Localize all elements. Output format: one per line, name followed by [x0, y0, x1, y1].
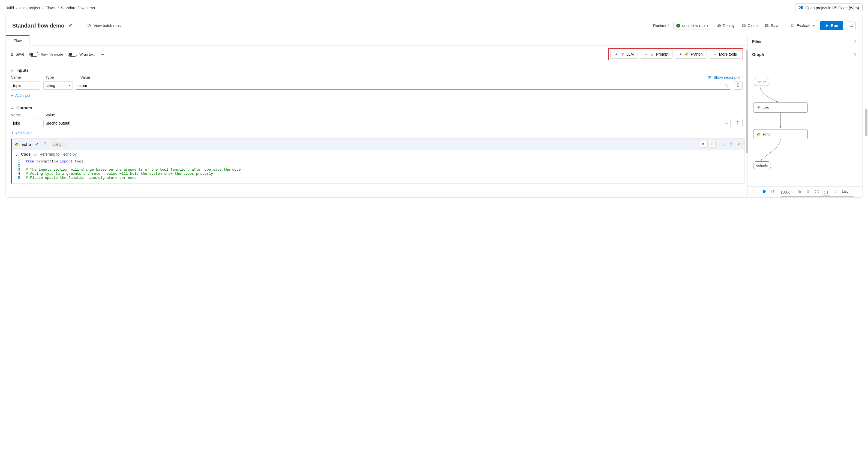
inputs-section-header[interactable]: ⌄ Inputs [11, 68, 743, 72]
breadcrumb-flows[interactable]: Flows [45, 6, 56, 10]
trash-icon [736, 83, 740, 87]
pencil-icon [68, 23, 72, 28]
deploy-button[interactable]: Deploy [715, 22, 736, 29]
fit-button[interactable] [813, 189, 820, 195]
llm-icon [620, 52, 624, 56]
zoom-select[interactable]: 100% ▾ [779, 190, 794, 195]
code-gutter: 12345 [15, 158, 23, 181]
panel-toggle-button[interactable] [847, 22, 856, 30]
svg-rect-3 [850, 24, 853, 27]
scrollbar[interactable] [780, 196, 854, 198]
python-icon [15, 142, 19, 146]
toolbar-save-button[interactable]: Save [10, 52, 24, 57]
breadcrumb-sep: / [42, 6, 43, 10]
cloud-upload-icon [717, 24, 721, 28]
autolayout-button[interactable] [832, 189, 839, 195]
save-button[interactable]: Save [763, 22, 781, 29]
add-input-link[interactable]: ＋ Add input [11, 93, 30, 98]
inputs-col-value: Value [81, 75, 703, 79]
graph-screenshot-button[interactable] [770, 188, 777, 196]
svg-rect-0 [743, 24, 745, 27]
variants-button[interactable] [728, 141, 734, 148]
graph-select-button[interactable] [751, 188, 758, 196]
input-type-select[interactable]: string ▾ [43, 81, 73, 90]
add-prompt-button[interactable]: ＋ Prompt [640, 50, 673, 59]
chevron-down-icon: ▾ [69, 84, 70, 87]
copy-node-button[interactable] [42, 141, 48, 148]
svg-rect-7 [44, 143, 46, 145]
runtime-select[interactable]: ✓ docs flow run ▾ [673, 22, 711, 29]
evaluate-button[interactable]: Evaluate ▾ [789, 22, 816, 29]
move-down-button[interactable]: ↓ [723, 141, 727, 147]
arrow-down-icon: ↓ [724, 142, 726, 146]
referring-link[interactable]: echo.py [63, 152, 76, 157]
graph-canvas[interactable]: inputs joke echo outputs [748, 61, 862, 187]
breadcrumb: Build / docs-project / Flows / Standard … [5, 6, 95, 10]
diamond-icon [730, 142, 733, 146]
output-value-field[interactable] [43, 119, 731, 127]
save-icon [765, 24, 769, 28]
actual-size-button[interactable]: 1:1 [822, 189, 830, 196]
chevron-down-icon: ▾ [847, 191, 848, 194]
move-up-button[interactable]: ↑ [717, 141, 721, 147]
graph-node-echo[interactable]: echo [753, 129, 808, 139]
breadcrumb-current[interactable]: Standard flow demo [61, 6, 95, 10]
edit-node-name-button[interactable] [34, 141, 39, 148]
graph-node-inputs[interactable]: inputs [754, 78, 769, 86]
chevron-down-icon: ⌄ [15, 152, 18, 157]
add-python-button[interactable]: ＋ Python [675, 50, 707, 59]
node-lang-chip: python [51, 142, 66, 147]
expand-files-button[interactable]: ⤢ [853, 38, 858, 44]
breadcrumb-build[interactable]: Build [5, 6, 14, 10]
plus-icon: ＋ [713, 52, 717, 57]
zoom-in-button[interactable] [796, 189, 803, 195]
output-name-field[interactable] [11, 119, 40, 127]
graph-pan-button[interactable] [760, 188, 768, 196]
outputs-col-value: Value [45, 113, 743, 117]
code-lines[interactable]: from promptflow import tool # The inputs… [23, 158, 244, 181]
clone-button[interactable]: Clone [740, 22, 760, 29]
more-tools-button[interactable]: ＋ More tools [709, 50, 741, 59]
open-vscode-button[interactable]: Open project in VS Code (Web) [795, 3, 863, 12]
code-subsection-header[interactable]: ⌄ Code Referring to: echo.py [15, 152, 741, 157]
more-options-button[interactable]: ••• [99, 51, 105, 58]
run-button[interactable]: Run [820, 21, 843, 30]
wrap-text-toggle[interactable] [68, 52, 77, 57]
scrollbar[interactable] [865, 109, 867, 136]
collapse-graph-button[interactable]: ⤡ [853, 51, 858, 58]
plus-icon: ＋ [11, 131, 14, 135]
show-description-link[interactable]: Show description [708, 75, 743, 79]
input-value-field[interactable] [76, 81, 731, 90]
graph-node-outputs[interactable]: outputs [753, 161, 771, 169]
expand-value-icon[interactable] [724, 121, 728, 125]
minimap-button[interactable]: ▾ [840, 189, 850, 195]
add-llm-button[interactable]: ＋ LLM [610, 50, 638, 59]
delete-node-button[interactable] [709, 141, 716, 148]
zoom-out-button[interactable] [805, 189, 812, 195]
svg-point-15 [773, 191, 774, 192]
divider [79, 22, 80, 29]
expand-value-icon[interactable] [724, 83, 728, 88]
node-card-echo: echo python ↑ [11, 138, 745, 184]
outputs-section-header[interactable]: ⌄ Outputs [11, 105, 743, 110]
info-icon [33, 153, 37, 156]
tab-flow[interactable]: Flow [6, 35, 30, 45]
run-node-button[interactable] [700, 141, 707, 148]
raw-mode-toggle[interactable] [29, 52, 38, 57]
play-icon [825, 24, 829, 28]
actual-size-icon: 1:1 [824, 191, 828, 194]
breadcrumb-project[interactable]: docs-project [19, 6, 40, 10]
chevron-down-icon: ▾ [792, 191, 793, 194]
delete-input-button[interactable] [734, 81, 743, 90]
node-name: echo [22, 142, 31, 146]
expand-icon: ⤢ [854, 39, 857, 43]
input-name-field[interactable] [11, 81, 40, 90]
graph-node-joke[interactable]: joke [753, 102, 808, 112]
expand-node-button[interactable]: ⤢ [736, 141, 741, 147]
view-batch-runs-button[interactable]: View batch runs [85, 22, 123, 29]
code-editor[interactable]: 12345 from promptflow import tool # The … [15, 158, 741, 181]
referring-label: Referring to: [39, 152, 61, 157]
delete-output-button[interactable] [734, 119, 743, 127]
edit-title-button[interactable] [67, 22, 74, 29]
add-output-link[interactable]: ＋ Add output [11, 131, 32, 135]
